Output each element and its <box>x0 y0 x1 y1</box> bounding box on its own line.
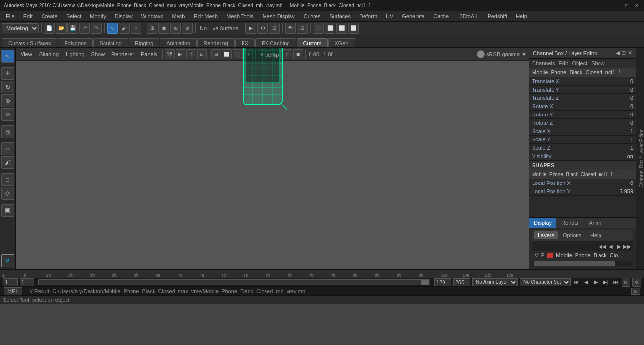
show-menu[interactable]: Show <box>89 50 108 58</box>
layer-prev-btn[interactable]: ◀ <box>607 242 615 250</box>
show-manipulator-button[interactable]: □ <box>1 173 14 186</box>
menu-item-mesh[interactable]: Mesh <box>168 12 189 20</box>
menu-item-mesh-display[interactable]: Mesh Display <box>259 12 299 20</box>
snap-surface-button[interactable]: ⊗ <box>182 23 193 34</box>
cb-attr-row[interactable]: Rotate Y0 <box>529 111 636 119</box>
panels-menu[interactable]: Panels <box>138 50 160 58</box>
cb-attr-row[interactable]: Visibilityon <box>529 152 636 161</box>
cb-attr-row[interactable]: Rotate Z0 <box>529 119 636 127</box>
rb-sub-tab-help[interactable]: Help <box>586 231 605 239</box>
shelf-tab-fx-caching[interactable]: FX Caching <box>255 38 296 47</box>
shading-menu[interactable]: Shading <box>36 50 62 58</box>
shelf-tab-rigging[interactable]: Rigging <box>129 38 159 47</box>
lighting-menu[interactable]: Lighting <box>63 50 88 58</box>
frame-range-slider[interactable] <box>38 279 430 285</box>
gamma-dropdown-arrow[interactable]: ▼ <box>521 51 527 57</box>
display-layout-2[interactable]: ⬜ <box>325 23 335 34</box>
play-first-btn[interactable]: ⏮ <box>573 278 580 286</box>
rb-sub-tab-layers[interactable]: Layers <box>534 231 558 239</box>
play-btn[interactable]: ▶ <box>592 278 600 286</box>
cb-attr-row[interactable]: Scale Y1 <box>529 136 636 144</box>
menu-item-windows[interactable]: Windows <box>137 12 167 20</box>
frame-start-input[interactable] <box>20 278 34 286</box>
cb-object-menu[interactable]: Object <box>572 60 587 66</box>
shelf-tab-curves-surfaces[interactable]: Curves / Surfaces <box>2 38 57 47</box>
shelf-tab-rendering[interactable]: Rendering <box>197 38 235 47</box>
save-file-button[interactable]: 💾 <box>67 23 78 34</box>
mel-mode-button[interactable]: MEL <box>4 287 22 295</box>
cb-shape-attr-row[interactable]: Local Position X0 <box>529 179 636 187</box>
universal-manip-button[interactable]: ⊙ <box>1 108 14 121</box>
rb-tab-display[interactable]: Display <box>529 218 556 228</box>
rb-tab-anim[interactable]: Anim <box>584 218 606 228</box>
snap-curve-button[interactable]: ◉ <box>158 23 169 34</box>
cb-settings-icon[interactable]: ⊡ <box>622 50 626 56</box>
menu-item-cache[interactable]: Cache <box>429 12 453 20</box>
shelf-tab-xgen[interactable]: XGen <box>328 38 355 47</box>
menu-item-redshift[interactable]: Redshift <box>484 12 511 20</box>
current-frame-input[interactable] <box>3 278 18 286</box>
menu-item-edit-mesh[interactable]: Edit Mesh <box>190 12 222 20</box>
play-end-input[interactable] <box>453 278 470 286</box>
render-region-button[interactable]: ⊡ <box>269 23 280 34</box>
select-tool-button[interactable]: ↖ <box>1 50 14 63</box>
cb-attr-row[interactable]: Scale X1 <box>529 127 636 136</box>
anim-settings-btn[interactable]: ⚙ <box>622 278 630 287</box>
display-layout-1[interactable]: ⬛ <box>313 23 324 34</box>
layer-last-btn[interactable]: ▶▶ <box>623 242 631 250</box>
shelf-tab-sculpting[interactable]: Sculpting <box>93 38 128 47</box>
layer-playback-btn[interactable]: P <box>541 253 545 258</box>
play-next-btn[interactable]: ▶| <box>602 278 610 286</box>
cb-channels-menu[interactable]: Channels <box>532 60 555 66</box>
cb-attr-row[interactable]: Translate Y0 <box>529 86 636 94</box>
rb-sub-tab-options[interactable]: Options <box>559 231 585 239</box>
layer-scrollbar[interactable] <box>532 261 633 266</box>
menu-item-surfaces[interactable]: Surfaces <box>326 12 355 20</box>
lasso-button[interactable]: ○ <box>131 23 141 34</box>
anim-layer-dropdown[interactable]: No Anim Layer <box>472 278 518 286</box>
paint-sel-button[interactable]: 🖌 <box>119 23 130 34</box>
show-hide-button[interactable]: 👁 <box>285 23 296 34</box>
custom-manip-button[interactable]: ◇ <box>1 187 14 200</box>
redo-button[interactable]: ↷ <box>91 23 102 34</box>
mode-dropdown[interactable]: Modeling <box>2 23 39 33</box>
shelf-tab-fx[interactable]: FX <box>235 38 255 47</box>
menu-item-deform[interactable]: Deform <box>355 12 381 20</box>
cb-attr-row[interactable]: Rotate X0 <box>529 102 636 111</box>
attribute-editor-strip[interactable]: Channel Box / Layer Editor <box>636 48 644 269</box>
cb-show-menu[interactable]: Show <box>591 60 605 66</box>
display-layout-4[interactable]: ⬜ <box>348 23 359 34</box>
snap-point-button[interactable]: ⊕ <box>170 23 181 34</box>
char-set-settings-btn[interactable]: ⚙ <box>632 278 641 287</box>
render-button[interactable]: ▶ <box>245 23 256 34</box>
layer-first-btn[interactable]: ◀◀ <box>599 242 606 250</box>
char-set-dropdown[interactable]: No Character Set <box>520 278 571 286</box>
paint-sel-tool-button[interactable]: 🖌 <box>1 156 14 169</box>
cb-close-icon[interactable]: ✕ <box>628 50 632 56</box>
frame-end-input[interactable] <box>434 278 451 286</box>
lasso-tool-button[interactable]: ○ <box>1 142 14 155</box>
scale-tool-button[interactable]: ⊕ <box>1 94 14 107</box>
display-layout-3[interactable]: ⬜ <box>336 23 347 34</box>
viewport[interactable]: View Shading Lighting Show Renderer Pane… <box>16 48 529 269</box>
menu-item-modify[interactable]: Modify <box>86 12 110 20</box>
shelf-tab-custom[interactable]: Custom <box>297 38 328 47</box>
status-settings-icon[interactable]: ⊞ <box>631 288 640 295</box>
shelf-tab-polygons[interactable]: Polygons <box>58 38 92 47</box>
menu-item-curves[interactable]: Curves <box>300 12 325 20</box>
vp-isolate-btn[interactable]: ⊡ <box>197 49 207 59</box>
menu-item--3dtoall-[interactable]: -3DtoAll- <box>454 12 483 20</box>
vp-film-btn[interactable]: ▶ <box>176 49 185 59</box>
cb-edit-menu[interactable]: Edit <box>558 60 568 66</box>
menu-item-create[interactable]: Create <box>38 12 62 20</box>
vp-solid-btn[interactable]: ⬜ <box>222 49 232 59</box>
menu-item-generate[interactable]: Generate <box>398 12 428 20</box>
select-mode-button[interactable]: ↖ <box>107 23 118 34</box>
menu-item-file[interactable]: File <box>2 12 19 20</box>
menu-item-select[interactable]: Select <box>63 12 86 20</box>
cb-attr-row[interactable]: Translate Z0 <box>529 94 636 102</box>
cb-collapse-icon[interactable]: ◀ <box>616 50 620 56</box>
vp-cycle-btn[interactable]: ↺ <box>186 49 196 59</box>
move-tool-button[interactable]: ✛ <box>1 67 14 80</box>
menu-item-edit[interactable]: Edit <box>20 12 37 20</box>
